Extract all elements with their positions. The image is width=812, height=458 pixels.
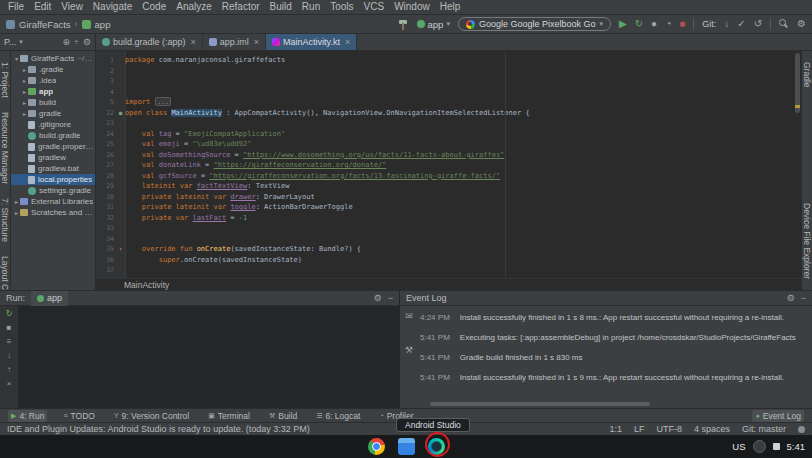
pin-icon[interactable]: ≡ (7, 337, 12, 346)
override-marker-icon[interactable]: ↑ (116, 246, 125, 252)
toolwindow-button-terminal[interactable]: ▣Terminal (205, 410, 253, 422)
device-selector[interactable]: Google Google Pixelbook Go ▾ (458, 17, 611, 31)
locate-file-icon[interactable]: ⊕ (62, 37, 70, 47)
status-lf[interactable]: LF (634, 424, 645, 434)
tree-item-gradle[interactable]: ▸gradle (11, 108, 95, 119)
status-git-master[interactable]: Git: master (742, 424, 786, 434)
run-console-output[interactable] (18, 306, 399, 408)
run-configuration-select[interactable]: app ▾ (417, 19, 450, 30)
close-icon[interactable]: × (191, 37, 196, 47)
tree-item-external-libraries[interactable]: ▸External Libraries (11, 196, 95, 207)
run-settings-gear-icon[interactable]: ⚙ (374, 293, 382, 303)
toolwindow-button-device-file-explorer[interactable]: Device File Explorer (802, 203, 812, 279)
close-icon[interactable]: × (254, 37, 259, 47)
status-message[interactable]: IDE and Plugin Updates: Android Studio i… (7, 424, 310, 434)
tree-item-idea[interactable]: ▸.idea (11, 75, 95, 86)
menu-analyze[interactable]: Analyze (171, 0, 217, 14)
chevron-down-icon[interactable]: ▾ (19, 38, 23, 46)
tree-item-gradle-properties[interactable]: gradle.properties (11, 141, 95, 152)
hide-panel-icon[interactable]: − (801, 293, 806, 303)
tree-item-build-gradle[interactable]: build.gradle (11, 130, 95, 141)
tree-item-build[interactable]: ▸build (11, 97, 95, 108)
clear-icon[interactable]: × (7, 379, 12, 388)
run-tab-app[interactable]: app (31, 291, 68, 306)
menu-window[interactable]: Window (389, 0, 435, 14)
tray-status-icon[interactable] (753, 440, 766, 453)
code-editor[interactable]: 1package com.naranjaconsal.giraffefacts2… (96, 51, 801, 278)
status-utf-8[interactable]: UTF-8 (656, 424, 682, 434)
apply-changes-button[interactable]: ↻ (635, 19, 643, 29)
class-marker-icon[interactable]: ● (116, 110, 125, 116)
stop-icon[interactable]: ■ (7, 323, 12, 332)
close-icon[interactable]: × (345, 37, 350, 47)
volume-icon[interactable] (773, 443, 780, 450)
toolwindow-button-gradle[interactable]: Gradle (802, 62, 812, 88)
breadcrumb-module[interactable]: app (95, 19, 111, 30)
toolwindow-button-7-structure[interactable]: 7: Structure (0, 198, 10, 242)
scrollbar-thumb[interactable] (795, 53, 800, 113)
git-revert-button[interactable]: ↺ (754, 19, 762, 29)
collapse-all-icon[interactable]: ÷ (74, 37, 79, 47)
panel-settings-icon[interactable]: ⚙ (83, 37, 91, 47)
toolwindow-button-6-logcat[interactable]: ☰6: Logcat (313, 410, 363, 422)
rerun-icon[interactable]: ↻ (6, 309, 13, 318)
menu-vcs[interactable]: VCS (359, 0, 390, 14)
status-1-1[interactable]: 1:1 (609, 424, 622, 434)
profiler-button[interactable]: ◔ (665, 19, 671, 29)
menu-code[interactable]: Code (137, 0, 171, 14)
build-hammer-icon[interactable] (398, 19, 409, 30)
tree-item-gitignore[interactable]: .gitignore (11, 119, 95, 130)
toolwindow-button-event-log[interactable]: ●Event Log (752, 410, 804, 422)
android-studio-icon[interactable] (428, 438, 445, 455)
status-4-spaces[interactable]: 4 spaces (694, 424, 730, 434)
git-update-button[interactable]: ↓ (724, 19, 729, 29)
breadcrumb-project[interactable]: GiraffeFacts (19, 19, 71, 30)
tree-item-settings-gradle[interactable]: settings.gradle (11, 185, 95, 196)
run-button[interactable]: ▶ (619, 19, 627, 29)
toolwindow-button-todo[interactable]: ≡TODO (60, 410, 98, 422)
tree-item-gradlew-bat[interactable]: gradlew.bat (11, 163, 95, 174)
menu-view[interactable]: View (56, 0, 88, 14)
chrome-icon[interactable] (368, 438, 385, 455)
stop-button[interactable]: ■ (679, 19, 685, 29)
settings-icon[interactable]: ⚒ (405, 345, 413, 355)
menu-edit[interactable]: Edit (29, 0, 56, 14)
tree-item-app[interactable]: ▸app (11, 86, 95, 97)
notifications-icon[interactable]: ✉ (405, 311, 413, 321)
menu-file[interactable]: File (3, 0, 29, 14)
tree-item-gradlew[interactable]: gradlew (11, 152, 95, 163)
project-panel-title[interactable]: P... (4, 37, 16, 47)
tab-build-gradle-app[interactable]: build.gradle (:app)× (96, 34, 203, 50)
event-log-settings-gear-icon[interactable]: ⚙ (787, 293, 795, 303)
search-everywhere-icon[interactable] (779, 19, 789, 29)
menu-run[interactable]: Run (297, 0, 325, 14)
files-icon[interactable] (398, 438, 415, 455)
editor-breadcrumb[interactable]: MainActivity (96, 278, 801, 290)
tree-item-gradle[interactable]: ▸.gradle (11, 64, 95, 75)
toolwindow-button-resource-manager[interactable]: Resource Manager (0, 112, 10, 184)
menu-help[interactable]: Help (435, 0, 466, 14)
warning-stripe-mark[interactable] (795, 105, 800, 108)
tree-item-giraffefacts[interactable]: ▾GiraffeFacts~/StudioProjects/GiraffeFac… (11, 53, 95, 64)
toolwindow-button-4-run[interactable]: ▶4: Run (8, 410, 47, 422)
keyboard-layout-indicator[interactable]: US (732, 441, 745, 452)
toolwindow-button-layout-captures[interactable]: Layout Captures (0, 256, 10, 290)
scroll-up-icon[interactable]: ↑ (7, 365, 11, 374)
menu-tools[interactable]: Tools (325, 0, 358, 14)
tab-app-iml[interactable]: app.iml× (203, 34, 266, 50)
toolwindow-button-build[interactable]: ⚒Build (266, 410, 300, 422)
menu-navigate[interactable]: Navigate (88, 0, 137, 14)
menu-build[interactable]: Build (265, 0, 297, 14)
scroll-down-icon[interactable]: ↓ (7, 351, 11, 360)
editor-scrollbar[interactable] (793, 51, 801, 278)
menu-refactor[interactable]: Refactor (217, 0, 265, 14)
tree-item-scratches-and-consoles[interactable]: ▸Scratches and Consoles (11, 207, 95, 218)
horizontal-scrollbar[interactable] (430, 402, 650, 406)
debug-button[interactable]: ● (651, 19, 657, 29)
notifications-icon[interactable] (798, 426, 805, 433)
hide-panel-icon[interactable]: − (388, 293, 393, 303)
event-log-entries[interactable]: 4:24 PMInstall successfully finished in … (418, 306, 812, 408)
settings-gear-icon[interactable]: ⚙ (797, 19, 806, 29)
tree-item-local-properties[interactable]: local.properties (11, 174, 95, 185)
toolwindow-button-1-project[interactable]: 1: Project (0, 62, 10, 98)
